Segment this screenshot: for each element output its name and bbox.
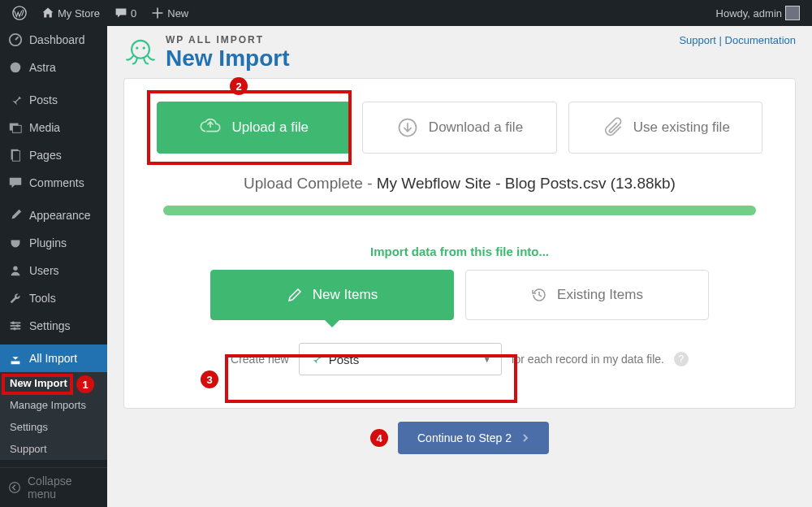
annotation-4: 4: [370, 429, 388, 447]
existing-items-label: Existing Items: [557, 287, 643, 303]
octopus-icon: [123, 36, 158, 70]
user-menu[interactable]: Howdy, admin: [710, 0, 806, 26]
sidebar-label: All Import: [29, 352, 77, 365]
continue-button[interactable]: Continue to Step 2: [398, 422, 549, 454]
upload-file-button[interactable]: Upload a file: [157, 102, 351, 154]
sidebar-label: Media: [29, 121, 60, 134]
site-link[interactable]: My Store: [36, 0, 106, 26]
new-items-label: New Items: [313, 287, 378, 303]
sidebar-item-plugins[interactable]: Plugins: [0, 229, 107, 257]
sidebar-item-appearance[interactable]: Appearance: [0, 202, 107, 229]
sidebar-label: Settings: [29, 319, 71, 332]
help-icon[interactable]: ?: [674, 352, 689, 366]
sidebar-item-settings[interactable]: Settings: [0, 312, 107, 340]
comments-count: 0: [131, 7, 136, 20]
chevron-down-icon: ▼: [483, 355, 491, 364]
download-file-button[interactable]: Download a file: [362, 102, 556, 154]
brand-small: WP ALL IMPORT: [166, 34, 289, 46]
new-link[interactable]: New: [145, 0, 194, 26]
astra-icon: [8, 60, 23, 75]
sidebar-item-pages[interactable]: Pages: [0, 141, 107, 169]
upload-icon: [199, 116, 222, 139]
svg-rect-6: [12, 151, 19, 162]
sidebar-label: Posts: [29, 93, 58, 106]
wrench-icon: [8, 291, 23, 306]
existing-file-button[interactable]: Use existing file: [568, 102, 762, 154]
sidebar-item-dashboard[interactable]: Dashboard: [0, 26, 107, 54]
history-icon: [531, 287, 547, 303]
import-into-label: Import data from this file into...: [157, 245, 762, 258]
sidebar-label: Plugins: [29, 236, 67, 249]
comment-icon: [8, 176, 23, 190]
docs-link[interactable]: Documentation: [725, 34, 796, 46]
import-icon: [8, 351, 23, 366]
content-area: WP ALL IMPORT New Import Support | Docum…: [107, 26, 812, 507]
svg-rect-4: [12, 125, 21, 132]
upload-status: Upload Complete - My Webflow Site - Blog…: [157, 175, 762, 193]
create-new-row: Create new Posts ▼ for each record in my…: [157, 343, 762, 375]
header-links: Support | Documentation: [679, 34, 796, 46]
dashboard-icon: [8, 32, 23, 47]
svg-point-12: [16, 324, 19, 327]
svg-point-15: [132, 41, 149, 58]
brush-icon: [8, 208, 23, 223]
sidebar-item-astra[interactable]: Astra: [0, 54, 107, 81]
plugin-icon: [8, 236, 23, 250]
create-suffix: for each record in my data file.: [512, 353, 664, 366]
existing-label: Use existing file: [633, 119, 730, 136]
chevron-right-icon: [521, 434, 529, 442]
avatar: [785, 6, 800, 20]
sidebar-item-tools[interactable]: Tools: [0, 284, 107, 312]
sidebar-label: Astra: [29, 61, 56, 74]
attachment-icon: [601, 116, 624, 139]
import-card: 2 Upload a file Download a file Use exis…: [123, 78, 796, 409]
sidebar-item-media[interactable]: Media: [0, 114, 107, 141]
collapse-label: Collapse menu: [28, 474, 99, 500]
collapse-menu[interactable]: Collapse menu: [0, 467, 107, 507]
svg-point-11: [12, 322, 15, 325]
sub-settings[interactable]: Settings: [0, 416, 107, 438]
svg-point-17: [143, 46, 145, 49]
sidebar-item-posts[interactable]: Posts: [0, 86, 107, 114]
new-items-button[interactable]: New Items: [210, 270, 454, 320]
create-prefix: Create new: [231, 353, 289, 366]
pin-icon: [309, 353, 322, 366]
sidebar-label: Users: [29, 264, 59, 277]
settings-icon: [8, 318, 23, 333]
wp-logo[interactable]: [6, 0, 32, 26]
continue-label: Continue to Step 2: [417, 431, 512, 444]
plus-icon: [151, 6, 164, 20]
sidebar-submenu: New Import 1 Manage Imports Settings Sup…: [0, 372, 107, 460]
home-icon: [41, 6, 54, 20]
sidebar-item-comments[interactable]: Comments: [0, 169, 107, 197]
pencil-icon: [287, 287, 303, 303]
existing-items-button[interactable]: Existing Items: [465, 270, 709, 320]
uploaded-filename: My Webflow Site - Blog Posts.csv (13.88k…: [377, 175, 676, 192]
download-icon: [396, 116, 419, 139]
post-type-select[interactable]: Posts ▼: [299, 343, 502, 375]
users-icon: [8, 263, 23, 278]
admin-sidebar: Dashboard Astra Posts Media Pages Commen…: [0, 26, 107, 507]
sub-manage-imports[interactable]: Manage Imports: [0, 394, 107, 416]
annotation-3: 3: [201, 370, 218, 388]
svg-point-2: [11, 63, 21, 73]
media-icon: [8, 120, 23, 135]
svg-point-16: [136, 46, 138, 49]
sidebar-item-users[interactable]: Users: [0, 257, 107, 284]
sidebar-item-all-import[interactable]: All Import: [0, 344, 107, 372]
download-label: Download a file: [429, 119, 523, 136]
pin-icon: [8, 93, 23, 107]
sidebar-label: Appearance: [29, 209, 91, 222]
sidebar-label: Dashboard: [29, 33, 85, 46]
sub-support[interactable]: Support: [0, 438, 107, 460]
comment-icon: [114, 6, 127, 20]
svg-point-7: [13, 266, 17, 271]
comments-link[interactable]: 0: [109, 0, 142, 26]
upload-label: Upload a file: [231, 119, 309, 136]
support-link[interactable]: Support: [679, 34, 716, 46]
annotation-1: 1: [76, 375, 94, 393]
annotation-2: 2: [230, 77, 248, 95]
admin-toolbar: My Store 0 New Howdy, admin: [0, 0, 812, 26]
page-title: New Import: [166, 46, 289, 72]
collapse-icon: [8, 481, 21, 494]
